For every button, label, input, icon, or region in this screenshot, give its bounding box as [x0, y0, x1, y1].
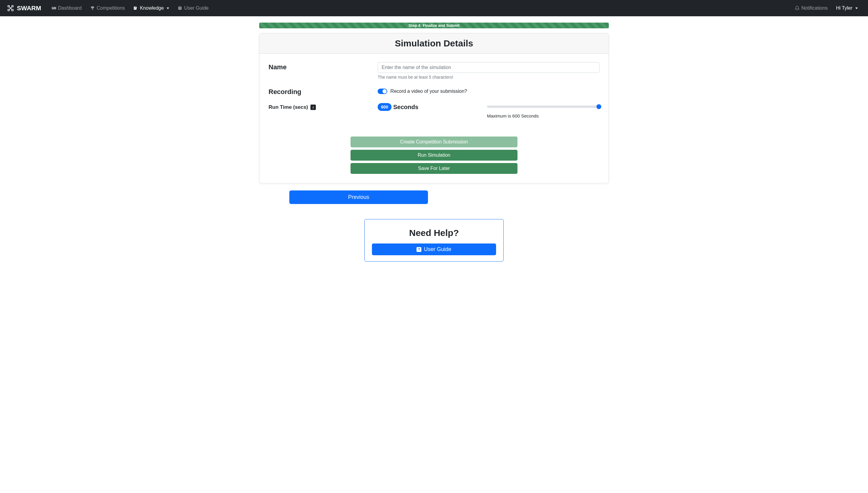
- help-button-label: User Guide: [424, 246, 451, 253]
- card-header: Simulation Details: [260, 34, 608, 53]
- create-submission-button[interactable]: Create Competition Submission: [350, 136, 518, 147]
- help-user-guide-button[interactable]: ? User Guide: [372, 243, 496, 255]
- navbar: SWARM Dashboard Competitions Knowledge ?: [0, 0, 868, 16]
- previous-button[interactable]: Previous: [289, 190, 428, 204]
- run-simulation-button[interactable]: Run Simulation: [350, 150, 518, 160]
- info-icon[interactable]: i: [310, 105, 316, 110]
- brand-text: SWARM: [17, 4, 41, 12]
- nav-user-guide-label: User Guide: [184, 5, 209, 11]
- main-container: Step 4: Finalize and Submit Simulation D…: [255, 23, 613, 261]
- svg-rect-8: [136, 7, 137, 9]
- help-card: Need Help? ? User Guide: [364, 219, 504, 261]
- navbar-left: SWARM Dashboard Competitions Knowledge ?: [7, 3, 212, 13]
- nav-user-guide[interactable]: ? User Guide: [174, 3, 212, 13]
- trophy-icon: [90, 6, 95, 10]
- runtime-row: Run Time (secs) i 600 Seconds Maximum is…: [268, 103, 600, 119]
- navbar-right: Notifications Hi Tyler: [792, 3, 861, 13]
- gamepad-icon: [51, 6, 56, 10]
- nav-dashboard[interactable]: Dashboard: [48, 3, 85, 13]
- nav-competitions-label: Competitions: [97, 5, 125, 11]
- previous-wrap: Previous: [289, 190, 609, 204]
- card-body: Name The name must be at least 5 charact…: [260, 53, 608, 183]
- nav-knowledge[interactable]: Knowledge: [130, 3, 172, 13]
- runtime-slider-col: Maximum is 600 Seconds: [487, 103, 600, 119]
- question-icon: ?: [177, 6, 182, 10]
- recording-toggle[interactable]: [378, 89, 387, 94]
- action-buttons: Create Competition Submission Run Simula…: [350, 136, 518, 174]
- runtime-value-badge: 600: [378, 103, 391, 111]
- simulation-details-card: Simulation Details Name The name must be…: [259, 33, 609, 183]
- drone-icon: [7, 5, 14, 12]
- card-title: Simulation Details: [264, 38, 604, 48]
- name-label: Name: [268, 62, 378, 80]
- books-icon: [133, 6, 138, 10]
- recording-row: Recording Record a video of your submiss…: [268, 87, 600, 96]
- nav-knowledge-label: Knowledge: [140, 5, 164, 11]
- bell-icon: [795, 6, 800, 10]
- progress-step-bar: Step 4: Finalize and Submit: [259, 23, 609, 28]
- slider-thumb[interactable]: [596, 104, 601, 109]
- runtime-unit: Seconds: [393, 104, 418, 111]
- recording-control: Record a video of your submission?: [378, 87, 600, 96]
- name-row: Name The name must be at least 5 charact…: [268, 62, 600, 80]
- runtime-label-col: Run Time (secs) i: [268, 103, 378, 110]
- toggle-knob: [383, 89, 387, 93]
- nav-dashboard-label: Dashboard: [58, 5, 82, 11]
- nav-notifications-label: Notifications: [801, 5, 828, 11]
- name-hint: The name must be at least 5 characters!: [378, 75, 600, 80]
- recording-toggle-label: Record a video of your submission?: [390, 89, 467, 94]
- name-input[interactable]: [378, 62, 600, 73]
- chevron-down-icon: [855, 7, 858, 9]
- user-greeting: Hi Tyler: [836, 5, 852, 11]
- brand-link[interactable]: SWARM: [7, 4, 41, 12]
- svg-rect-7: [135, 7, 136, 10]
- chevron-down-icon: [167, 7, 169, 9]
- help-title: Need Help?: [372, 228, 496, 238]
- runtime-label: Run Time (secs): [268, 104, 308, 110]
- recording-label: Recording: [268, 87, 378, 96]
- name-control-wrap: The name must be at least 5 characters!: [378, 62, 600, 80]
- progress-step-label: Step 4: Finalize and Submit: [408, 23, 459, 28]
- runtime-slider[interactable]: [487, 105, 600, 108]
- svg-rect-6: [134, 7, 135, 10]
- nav-notifications[interactable]: Notifications: [792, 3, 831, 13]
- nav-competitions[interactable]: Competitions: [87, 3, 128, 13]
- runtime-hint: Maximum is 600 Seconds: [487, 113, 600, 119]
- question-icon: ?: [416, 247, 421, 252]
- svg-text:?: ?: [179, 7, 181, 9]
- runtime-value-col: 600 Seconds: [378, 103, 487, 111]
- save-for-later-button[interactable]: Save For Later: [350, 163, 518, 174]
- nav-user-menu[interactable]: Hi Tyler: [833, 3, 861, 13]
